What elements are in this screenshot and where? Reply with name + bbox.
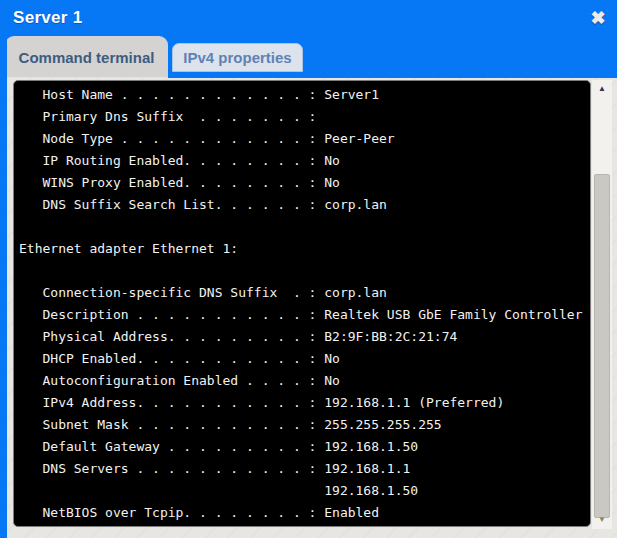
scroll-down-icon: ▼ bbox=[598, 515, 606, 524]
dialog-title-bar: Server 1 ✖ Command terminal IPv4 propert… bbox=[0, 0, 617, 78]
terminal-line: Description . . . . . . . . . . . : Real… bbox=[19, 304, 590, 326]
scrollbar-thumb[interactable] bbox=[594, 174, 610, 518]
tab-command-terminal-label: Command terminal bbox=[19, 49, 155, 66]
tab-command-terminal[interactable]: Command terminal bbox=[5, 36, 168, 78]
scroll-down-button[interactable]: ▼ bbox=[592, 512, 612, 527]
terminal-line: DNS Suffix Search List. . . . . . : corp… bbox=[19, 194, 590, 216]
terminal-scrollbar[interactable]: ▲ ▼ bbox=[592, 80, 612, 529]
terminal-line: DNS Servers . . . . . . . . . . . : 192.… bbox=[19, 458, 590, 480]
terminal-line: Default Gateway . . . . . . . . . : 192.… bbox=[19, 436, 590, 458]
scroll-up-button[interactable]: ▲ bbox=[592, 81, 612, 96]
terminal-line: Autoconfiguration Enabled . . . . : No bbox=[19, 370, 590, 392]
terminal-line: Node Type . . . . . . . . . . . . : Peer… bbox=[19, 128, 590, 150]
dialog-title: Server 1 bbox=[13, 8, 83, 28]
dialog-left-border bbox=[0, 0, 7, 538]
tab-ipv4-properties[interactable]: IPv4 properties bbox=[172, 43, 303, 72]
tab-content-panel: Host Name . . . . . . . . . . . . : Serv… bbox=[7, 78, 617, 538]
terminal-line: IP Routing Enabled. . . . . . . . : No bbox=[19, 150, 590, 172]
terminal-line: DHCP Enabled. . . . . . . . . . . : No bbox=[19, 348, 590, 370]
terminal-line: Host Name . . . . . . . . . . . . : Serv… bbox=[19, 84, 590, 106]
tab-ipv4-properties-label: IPv4 properties bbox=[183, 49, 291, 66]
terminal-line: Ethernet adapter Ethernet 1: bbox=[19, 238, 590, 260]
terminal-output: Host Name . . . . . . . . . . . . : Serv… bbox=[13, 80, 591, 527]
terminal-line: Primary Dns Suffix . . . . . . . : bbox=[19, 106, 590, 128]
terminal-line: Physical Address. . . . . . . . . : B2:9… bbox=[19, 326, 590, 348]
server-dialog: Server 1 ✖ Command terminal IPv4 propert… bbox=[0, 0, 617, 538]
terminal-line bbox=[19, 216, 590, 238]
close-button[interactable]: ✖ bbox=[586, 6, 610, 30]
terminal-line: Subnet Mask . . . . . . . . . . . : 255.… bbox=[19, 414, 590, 436]
terminal-line: WINS Proxy Enabled. . . . . . . . : No bbox=[19, 172, 590, 194]
terminal-line bbox=[19, 260, 590, 282]
terminal-line: NetBIOS over Tcpip. . . . . . . . : Enab… bbox=[19, 502, 590, 524]
close-icon: ✖ bbox=[590, 7, 605, 29]
scroll-up-icon: ▲ bbox=[598, 84, 606, 93]
terminal-line: IPv4 Address. . . . . . . . . . . : 192.… bbox=[19, 392, 590, 414]
terminal-line: 192.168.1.50 bbox=[19, 480, 590, 502]
terminal-line: Connection-specific DNS Suffix . : corp.… bbox=[19, 282, 590, 304]
